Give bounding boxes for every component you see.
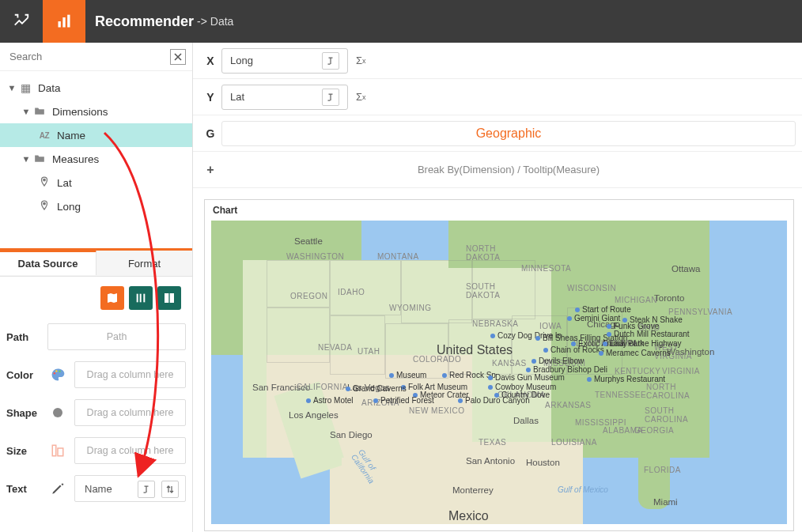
g-shelf: G Geographic [193,115,802,152]
map-chart-icon[interactable] [100,286,124,310]
poi: Lady of the Highway [603,339,682,348]
geographic-pill[interactable]: Geographic [221,121,796,146]
flow-chart-icon[interactable] [157,286,181,310]
state-nd: NORTH DAKOTA [466,244,500,262]
add-shelf-button[interactable]: + [199,163,221,177]
break-placeholder[interactable]: Break By(Dimension) / Tooltip(Measure) [221,164,796,175]
tree-long-node[interactable]: Long [0,194,192,218]
text-field: Text Name [6,470,186,507]
svg-rect-1 [62,17,65,28]
path-drop[interactable]: Path [47,323,186,350]
search-clear-button[interactable] [170,49,186,65]
tree-label: Long [57,201,81,213]
svg-point-11 [55,370,58,372]
svg-point-13 [53,408,62,417]
chart-type-icons [6,283,186,318]
tree-lat-node[interactable]: Lat [0,171,192,194]
sort-button[interactable] [161,481,179,498]
tree-label: Measures [52,153,99,165]
state-mn: MINNESOTA [521,264,571,273]
poi: Murphys Restaurant [587,375,665,383]
city-la: Los Angeles [289,410,339,420]
city-miami: Miami [653,497,678,507]
state-ut: UTAH [357,347,380,356]
sigma-icon[interactable]: Σx [356,55,366,66]
x-label: X [199,55,221,67]
poi: Dutch Mill Restaurant [607,330,690,338]
text-type-icon: AZ [36,131,52,140]
chart-title: Chart [205,200,793,221]
shape-drop[interactable]: Drag a column here [74,399,186,426]
size-icon[interactable] [47,440,68,461]
path-label: Path [6,331,47,343]
caret-icon: ▼ [21,154,32,164]
palette-icon[interactable] [47,364,68,385]
x-pill[interactable]: Long [221,48,348,74]
state-wa: WASHINGTON [286,252,344,261]
tree-label: Dimensions [52,106,108,118]
state-nm: NEW MEXICO [409,406,465,415]
city-toronto: Toronto [654,293,684,303]
text-drop-value: Name [85,483,112,495]
chart-mode-icon[interactable] [43,0,85,43]
y-shelf: Y Lat Σx [193,79,802,115]
svg-rect-9 [170,293,174,303]
poi: Astro Motel [306,396,354,405]
fx-button[interactable] [322,52,339,70]
poi: Country Dove [494,391,550,399]
search-input[interactable] [9,46,170,67]
g-label: G [199,127,221,140]
tab-data-source[interactable]: Data Source [0,250,96,275]
y-label: Y [199,91,221,104]
size-drop[interactable]: Drag a column here [74,437,186,464]
left-tabs: Data Source Format [0,248,192,277]
state-la: LOUISIANA [551,438,597,447]
pencil-icon[interactable] [47,478,68,499]
fx-button[interactable] [138,481,155,498]
city-sa: San Antonio [466,456,515,466]
text-drop[interactable]: Name [74,475,186,502]
y-pill-text: Lat [230,91,244,103]
state-nc: NORTH CAROLINA [646,383,690,400]
text-label: Text [6,483,47,495]
path-field: Path Path [6,318,186,356]
caret-icon: ▼ [21,107,32,116]
state-ca: CALIFORNIA [297,383,348,391]
size-field: Size Drag a column here [6,432,186,470]
logo-icon[interactable] [0,0,43,43]
folder-icon [32,153,47,165]
page-subtitle: -> Data [197,15,233,28]
tab-format[interactable]: Format [96,251,192,276]
tree-dimensions-node[interactable]: ▼ Dimensions [0,100,192,123]
poi: Bradbury Bishop Deli [526,365,607,374]
state-ia: IOWA [539,322,562,330]
state-fl: FLORIDA [644,466,681,474]
sigma-icon[interactable]: Σx [356,91,366,103]
state-mt: MONTANA [377,252,419,261]
state-or: OREGON [290,292,327,300]
state-wi: WISCONSIN [567,284,616,292]
tree-measures-node[interactable]: ▼ Measures [0,147,192,171]
city-dallas: Dallas [513,416,539,425]
color-drop[interactable]: Drag a column here [74,361,186,388]
circle-icon[interactable] [47,402,68,423]
poi: Devils Elbow [532,357,584,365]
city-seattle: Seattle [294,236,323,246]
header: Recommender -> Data [0,0,802,43]
state-ar: ARKANSAS [545,401,591,409]
tree-data-node[interactable]: ▼ ▦ Data [0,76,192,100]
fx-button[interactable] [322,89,339,106]
format-panel: Path Path Color Drag a column here Shape… [0,277,192,514]
y-pill[interactable]: Lat [221,85,348,110]
state-tx: TEXAS [479,438,506,447]
svg-rect-5 [137,294,138,303]
tree-name-node[interactable]: AZ Name [0,123,192,147]
folder-icon [32,105,47,118]
city-ottawa: Ottawa [671,264,700,274]
grid-icon: ▦ [17,81,33,94]
dual-axis-icon[interactable] [129,286,153,310]
state-nv: NEVADA [318,343,352,352]
poi: Grand Caverns [346,384,407,393]
map-canvas[interactable]: United States Mexico Seattle San Francis… [211,221,787,524]
data-tree: ▼ ▦ Data ▼ Dimensions AZ Name ▼ Measures [0,71,192,223]
